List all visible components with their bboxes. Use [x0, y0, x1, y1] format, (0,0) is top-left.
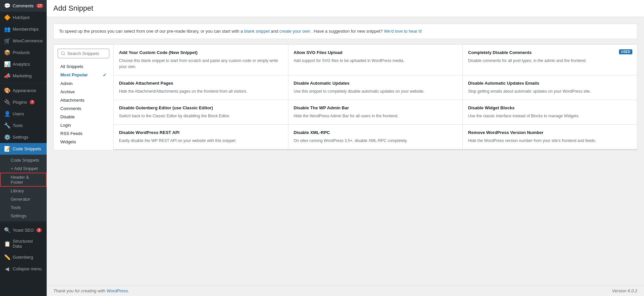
sidebar-label-appearance: Appearance	[13, 88, 36, 93]
structured-data-icon: 📋	[4, 241, 10, 247]
snippet-card-custom-code[interactable]: Add Your Custom Code (New Snippet) Choos…	[114, 45, 288, 75]
snippet-title-custom-code: Add Your Custom Code (New Snippet)	[119, 50, 283, 55]
yoast-badge: 3	[36, 228, 42, 232]
snippet-card-disable-gutenberg[interactable]: Disable Gutenberg Editor (use Classic Ed…	[114, 100, 288, 124]
sidebar-label-users: Users	[13, 111, 24, 116]
filter-admin[interactable]: Admin	[58, 79, 109, 88]
submenu-generator[interactable]: Generator	[0, 195, 47, 203]
snippet-card-disable-admin-bar[interactable]: Disable The WP Admin Bar Hide the WordPr…	[288, 100, 463, 124]
submenu-add-snippet[interactable]: + Add Snippet	[0, 164, 47, 173]
snippet-card-disable-comments[interactable]: USED Completely Disable Comments Disable…	[463, 45, 637, 75]
submenu-library[interactable]: Library	[0, 187, 47, 195]
comments-icon: 💬	[4, 3, 10, 9]
filter-login-label: Login	[60, 123, 71, 128]
sidebar-item-memberships[interactable]: 👥 Memberships	[0, 23, 47, 35]
sidebar-item-woocommerce[interactable]: 🛒 WooCommerce	[0, 35, 47, 47]
snippet-card-disable-update-emails[interactable]: Disable Automatic Updates Emails Stop ge…	[463, 75, 637, 100]
create-your-own-link[interactable]: create your own	[279, 29, 310, 34]
page-header: Add Snippet	[47, 0, 644, 17]
sidebar-divider-1	[0, 83, 47, 83]
snippet-card-disable-rest-api[interactable]: Disable WordPress REST API Easily disabl…	[114, 125, 288, 149]
filter-admin-label: Admin	[60, 81, 73, 86]
sidebar-item-structured-data[interactable]: 📋 Structured Data	[0, 236, 47, 251]
snippet-desc-disable-gutenberg: Switch back to the Classic Editor by dis…	[119, 113, 283, 119]
sidebar-label-gutenberg: Gutenberg	[13, 255, 33, 260]
sidebar-item-collapse[interactable]: ◀ Collapse menu	[0, 263, 47, 275]
snippet-desc-disable-xmlrpc: On sites running WordPress 3.5+, disable…	[294, 138, 457, 144]
filter-login[interactable]: Login	[58, 121, 109, 129]
snippet-title-disable-auto-updates: Disable Automatic Updates	[294, 81, 457, 86]
submenu-header-footer[interactable]: Header & Footer	[0, 173, 47, 187]
sidebar-item-plugins[interactable]: 🔌 Plugins 7	[0, 96, 47, 108]
sidebar-item-yoast[interactable]: 🔍 Yoast SEO 3	[0, 224, 47, 236]
snippet-card-disable-auto-updates[interactable]: Disable Automatic Updates Use this snipp…	[288, 75, 463, 100]
snippet-browser: All Snippets Most Popular ✓ Admin Archiv…	[53, 44, 637, 150]
sidebar-item-settings[interactable]: ⚙️ Settings	[0, 131, 47, 143]
appearance-icon: 🎨	[4, 87, 10, 94]
sidebar-item-gutenberg[interactable]: ✏️ Gutenberg	[0, 251, 47, 263]
filter-most-popular[interactable]: Most Popular ✓	[58, 71, 109, 79]
memberships-icon: 👥	[4, 26, 10, 32]
filter-all-snippets[interactable]: All Snippets	[58, 62, 109, 71]
snippet-desc-disable-attachment: Hide the Attachment/Attachments pages on…	[119, 88, 283, 94]
filter-disable-label: Disable	[60, 114, 75, 119]
snippet-title-disable-attachment: Disable Attachment Pages	[119, 81, 283, 86]
info-and: and	[271, 29, 279, 34]
filter-rss-feeds[interactable]: RSS Feeds	[58, 129, 109, 138]
submenu-tools[interactable]: Tools	[0, 203, 47, 212]
snippet-title-disable-admin-bar: Disable The WP Admin Bar	[294, 105, 457, 110]
footer-thank-you: Thank you for creating with	[53, 288, 105, 293]
submenu-settings[interactable]: Settings	[0, 212, 47, 220]
sidebar-item-appearance[interactable]: 🎨 Appearance	[0, 85, 47, 96]
submenu-code-snippets[interactable]: Code Snippets	[0, 156, 47, 164]
filter-rss-label: RSS Feeds	[60, 131, 82, 136]
snippet-card-disable-widget-blocks[interactable]: Disable Widget Blocks Use the classic in…	[463, 100, 637, 124]
filter-most-popular-label: Most Popular	[60, 72, 88, 77]
wordpress-link[interactable]: WordPress	[107, 288, 128, 293]
tools-icon: 🔧	[4, 122, 10, 129]
comments-badge: 17	[36, 4, 43, 8]
snippet-card-remove-version[interactable]: Remove WordPress Version Number Hide the…	[463, 125, 637, 149]
plugins-icon: 🔌	[4, 99, 10, 105]
sidebar-item-tools[interactable]: 🔧 Tools	[0, 120, 47, 131]
snippet-desc-disable-admin-bar: Hide the WordPress Admin Bar for all use…	[294, 113, 457, 119]
content-area: To speed up the process you can select f…	[47, 17, 644, 285]
settings-icon: ⚙️	[4, 134, 10, 140]
blank-snippet-link[interactable]: blank snippet	[244, 29, 270, 34]
sidebar-label-woocommerce: WooCommerce	[13, 38, 43, 43]
woocommerce-icon: 🛒	[4, 38, 10, 44]
sidebar-item-analytics[interactable]: 📊 Analytics	[0, 58, 47, 70]
snippet-card-allow-svg[interactable]: Allow SVG Files Upload Add support for S…	[288, 45, 463, 75]
filter-comments[interactable]: Comments	[58, 104, 109, 113]
sidebar-label-code-snippets: Code Snippets	[13, 146, 41, 151]
filter-widgets-label: Widgets	[60, 139, 76, 144]
sidebar-item-users[interactable]: 👤 Users	[0, 108, 47, 120]
sidebar-label-comments: Comments	[13, 3, 34, 8]
filter-attachments-label: Attachments	[60, 98, 84, 103]
filter-archive[interactable]: Archive	[58, 88, 109, 96]
sidebar-label-collapse: Collapse menu	[13, 266, 42, 271]
search-input[interactable]	[58, 49, 109, 58]
sidebar-label-memberships: Memberships	[13, 27, 39, 32]
snippet-card-disable-attachment[interactable]: Disable Attachment Pages Hide the Attach…	[114, 75, 288, 100]
filter-attachments[interactable]: Attachments	[58, 96, 109, 104]
sidebar-item-hubspot[interactable]: 🔶 HubSpot	[0, 12, 47, 23]
sidebar-item-code-snippets[interactable]: 📝 Code Snippets	[0, 143, 47, 155]
collapse-icon: ◀	[4, 266, 10, 272]
sidebar-item-comments[interactable]: 💬 Comments 17	[0, 0, 47, 12]
snippet-desc-disable-rest-api: Easily disable the WP REST API on your w…	[119, 138, 283, 144]
sidebar-item-products[interactable]: 📦 Products	[0, 47, 47, 58]
sidebar-item-marketing[interactable]: 📣 Marketing	[0, 70, 47, 82]
snippet-desc-disable-update-emails: Stop getting emails about automatic upda…	[468, 88, 632, 94]
footer-credit: Thank you for creating with WordPress.	[53, 288, 129, 293]
filter-widgets[interactable]: Widgets	[58, 138, 109, 146]
love-to-hear-link[interactable]: We'd love to hear it!	[384, 29, 422, 34]
snippet-card-disable-xmlrpc[interactable]: Disable XML-RPC On sites running WordPre…	[288, 125, 463, 149]
sidebar-label-plugins: Plugins	[13, 100, 27, 105]
sidebar-label-products: Products	[13, 50, 30, 55]
page-title: Add Snippet	[53, 4, 637, 13]
yoast-icon: 🔍	[4, 227, 10, 233]
main-content: Add Snippet To speed up the process you …	[47, 0, 644, 296]
info-text: To speed up the process you can select f…	[59, 29, 243, 34]
filter-disable[interactable]: Disable	[58, 113, 109, 121]
